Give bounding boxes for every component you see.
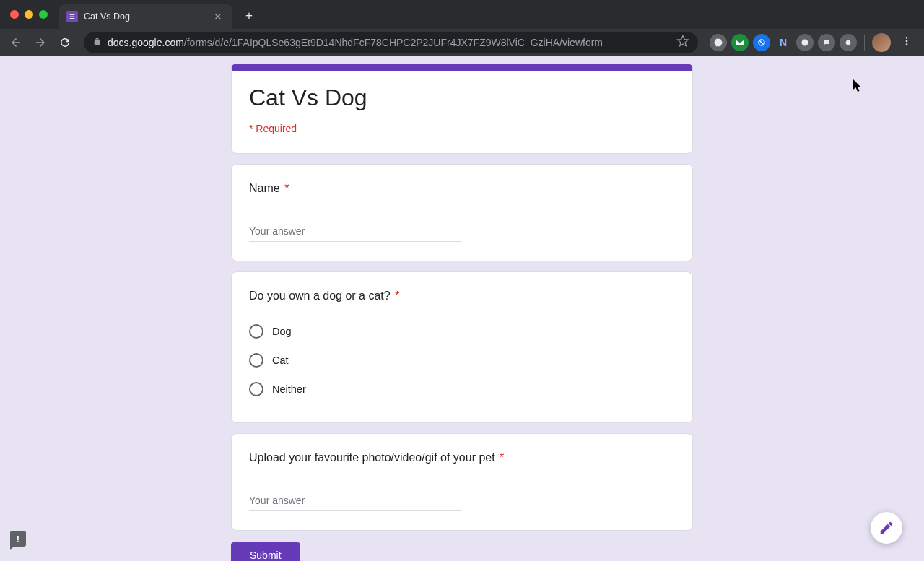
window-close-button[interactable] [10, 10, 19, 19]
forward-button[interactable] [30, 32, 51, 53]
name-input[interactable] [249, 222, 462, 242]
question-upload-text: Upload your favourite photo/video/gif of… [249, 451, 495, 464]
lock-icon [92, 37, 102, 48]
question-name-text: Name [249, 182, 280, 194]
notion-extension-icon[interactable]: N [775, 34, 792, 51]
url-text: docs.google.com/forms/d/e/1FAIpQLSe63gEt… [108, 37, 671, 48]
required-asterisk-icon: * [392, 290, 400, 302]
chrome-menu-button[interactable] [895, 32, 918, 53]
form-container: Cat Vs Dog * Required Name * Do you own … [231, 56, 693, 561]
required-legend: * Required [249, 123, 675, 134]
forms-favicon-icon [66, 11, 78, 22]
svg-point-7 [906, 40, 908, 42]
url-host: docs.google.com [108, 37, 184, 48]
question-name-card: Name * [231, 164, 693, 261]
radio-option-cat[interactable]: Cat [249, 346, 675, 375]
back-button[interactable] [6, 32, 26, 53]
reload-button[interactable] [55, 32, 75, 53]
svg-point-6 [906, 37, 908, 39]
svg-rect-1 [70, 17, 75, 17]
required-asterisk-icon: * [497, 451, 505, 464]
svg-point-8 [906, 43, 908, 45]
exclamation-icon: ! [17, 534, 19, 544]
mail-extension-icon[interactable] [731, 34, 749, 51]
svg-rect-0 [70, 14, 75, 15]
question-upload-label: Upload your favourite photo/video/gif of… [249, 451, 675, 464]
report-problem-button[interactable]: ! [10, 531, 26, 547]
new-tab-button[interactable]: + [240, 6, 258, 26]
circle-extension-icon[interactable] [753, 34, 770, 51]
profile-avatar[interactable] [872, 33, 891, 52]
upload-input[interactable] [249, 492, 462, 511]
mouse-cursor-icon [853, 79, 863, 95]
radio-label-neither: Neither [272, 383, 306, 395]
svg-rect-2 [70, 18, 75, 19]
form-header-card: Cat Vs Dog * Required [231, 64, 693, 154]
required-asterisk-icon: * [282, 182, 289, 194]
window-controls [10, 10, 48, 19]
submit-button[interactable]: Submit [231, 542, 300, 561]
bookmark-star-icon[interactable] [676, 35, 689, 50]
tab-strip: Cat Vs Dog ✕ + [0, 0, 924, 29]
question-name-label: Name * [249, 182, 675, 195]
shield-extension-icon[interactable] [796, 34, 814, 51]
browser-toolbar: docs.google.com/forms/d/e/1FAIpQLSe63gEt… [0, 29, 924, 56]
radio-icon[interactable] [249, 324, 263, 339]
pencil-icon [879, 520, 894, 536]
radio-label-dog: Dog [272, 326, 292, 337]
browser-chrome: Cat Vs Dog ✕ + docs.google.com/forms/d/e… [0, 0, 924, 56]
form-title: Cat Vs Dog [249, 84, 675, 111]
svg-point-5 [846, 40, 851, 45]
address-bar[interactable]: docs.google.com/forms/d/e/1FAIpQLSe63gEt… [84, 32, 698, 53]
dot-extension-icon[interactable] [840, 34, 857, 51]
radio-label-cat: Cat [272, 355, 289, 366]
browser-tab[interactable]: Cat Vs Dog ✕ [59, 4, 232, 29]
question-pet-card: Do you own a dog or a cat? * Dog Cat Nei… [231, 271, 693, 423]
tab-title: Cat Vs Dog [84, 12, 205, 22]
radio-option-dog[interactable]: Dog [249, 317, 675, 346]
radio-icon[interactable] [249, 353, 263, 368]
radio-icon[interactable] [249, 382, 263, 396]
toolbar-separator [864, 35, 865, 51]
question-pet-label: Do you own a dog or a cat? * [249, 290, 675, 303]
tab-close-icon[interactable]: ✕ [211, 10, 225, 23]
question-pet-text: Do you own a dog or a cat? [249, 290, 391, 302]
window-zoom-button[interactable] [39, 10, 48, 19]
url-path: /forms/d/e/1FAIpQLSe63gEt9D14NhdFcF78CHP… [184, 37, 603, 48]
edit-form-fab[interactable] [871, 512, 902, 544]
chat-extension-icon[interactable] [818, 34, 835, 51]
radio-option-neither[interactable]: Neither [249, 375, 675, 404]
page-viewport: Cat Vs Dog * Required Name * Do you own … [0, 56, 924, 561]
extension-icons: N [710, 32, 918, 53]
question-upload-card: Upload your favourite photo/video/gif of… [231, 433, 693, 531]
window-minimize-button[interactable] [25, 10, 33, 19]
drive-extension-icon[interactable] [710, 34, 727, 51]
svg-point-4 [802, 39, 808, 45]
